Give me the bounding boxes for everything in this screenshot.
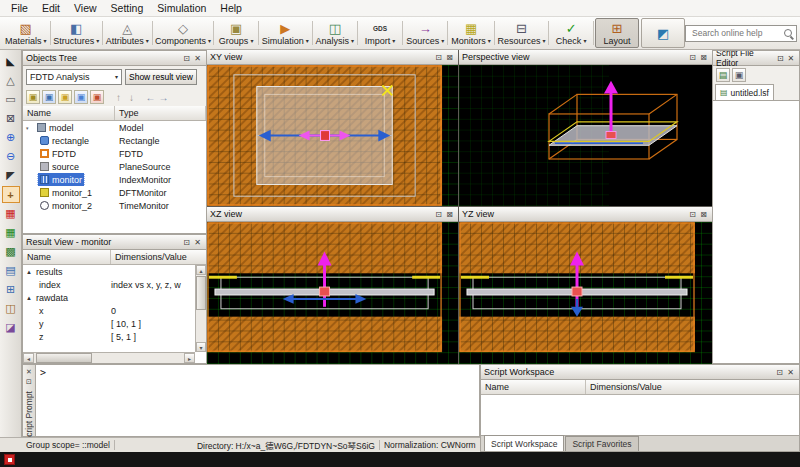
demote-button[interactable]: →	[158, 92, 169, 103]
scrollbar-thumb[interactable]	[196, 276, 206, 310]
new-script-button[interactable]: ▤	[716, 68, 730, 82]
float-icon[interactable]: ⊡	[181, 237, 192, 248]
tab-script-workspace[interactable]: Script Workspace	[484, 435, 564, 451]
script-editor-content[interactable]	[713, 101, 799, 363]
float-icon[interactable]: ⊡	[774, 367, 785, 378]
bar-chart-tool[interactable]: ◫	[2, 300, 20, 317]
toolbar-group-simulation[interactable]: ▶ Simulation▾	[260, 18, 310, 48]
toolbar-group-sources[interactable]: → Sources▾	[404, 18, 446, 48]
tree-row-monitor[interactable]: monitor IndexMonitor	[23, 173, 206, 186]
move-down-button[interactable]: ↓	[126, 92, 137, 103]
tree-row-model[interactable]: ▾model Model	[23, 121, 206, 134]
move-up-button[interactable]: ↑	[113, 92, 124, 103]
expand-arrow-icon[interactable]: ▾	[26, 125, 32, 131]
menu-setting[interactable]: Setting	[104, 1, 151, 15]
column-header-type[interactable]: Type	[115, 106, 206, 120]
tree-row-monitor-1[interactable]: monitor_1 DFTMonitor	[23, 186, 206, 199]
show-all-button[interactable]: ▣	[26, 90, 40, 104]
xz-viewport-canvas[interactable]	[207, 222, 458, 364]
close-icon[interactable]: ✕	[24, 367, 34, 377]
toolbar-group-analysis[interactable]: ◫ Analysis▾	[313, 18, 356, 48]
menu-file[interactable]: File	[4, 1, 35, 15]
scroll-right-button[interactable]: ▸	[184, 353, 195, 363]
result-row-y[interactable]: y [ 10, 1 ]	[23, 317, 206, 330]
open-script-button[interactable]: ▣	[732, 68, 746, 82]
hide-all-button[interactable]: ▣	[42, 90, 56, 104]
close-icon[interactable]: ✕	[192, 53, 203, 64]
edit-object-button[interactable]: ▣	[58, 90, 72, 104]
float-icon[interactable]: ⊡	[687, 209, 698, 220]
zoom-out-tool[interactable]: ⊖	[2, 148, 20, 165]
mesh-tool[interactable]: ▩	[2, 243, 20, 260]
maximize-icon[interactable]: ⊠	[698, 52, 709, 63]
float-icon[interactable]: ⊡	[687, 52, 698, 63]
column-header-name[interactable]: Name	[481, 380, 586, 394]
scrollbar-thumb[interactable]	[36, 353, 92, 363]
result-row-results[interactable]: ▲results	[23, 265, 206, 278]
column-header-name[interactable]: Name	[23, 106, 115, 120]
toolbar-group-attributes[interactable]: ◬ Attributes▾	[104, 18, 151, 48]
result-row-rawdata[interactable]: ▲rawdata	[23, 291, 206, 304]
view-rotate-tool[interactable]: △	[2, 72, 20, 89]
perspective-viewport-canvas[interactable]	[459, 65, 712, 206]
pan-tool[interactable]: +	[2, 186, 20, 203]
maximize-icon[interactable]: ⊠	[698, 209, 709, 220]
matrix-view-tool[interactable]: ⊞	[2, 281, 20, 298]
duplicate-object-button[interactable]: ▣	[74, 90, 88, 104]
close-icon[interactable]: ✕	[785, 367, 796, 378]
table-view-tool[interactable]: ▤	[2, 262, 20, 279]
toolbar-group-check[interactable]: ✓ Check▾	[550, 18, 592, 48]
result-row-z[interactable]: z [ 5, 1 ]	[23, 330, 206, 343]
taskbar-app-icon[interactable]	[4, 454, 15, 465]
toolbar-group-groups[interactable]: ▣ Groups▾	[215, 18, 257, 48]
show-result-view-button[interactable]: Show result view	[125, 69, 197, 85]
menu-help[interactable]: Help	[213, 1, 249, 15]
tab-script-favorites[interactable]: Script Favorites	[565, 436, 638, 451]
script-prompt-input[interactable]: >	[36, 365, 479, 436]
run-tool[interactable]: ◣	[2, 53, 20, 70]
tree-row-fdtd[interactable]: FDTD FDTD	[23, 147, 206, 160]
script-workspace-list[interactable]	[481, 395, 799, 435]
vertical-scrollbar[interactable]: ▴ ▾	[195, 265, 206, 352]
tree-row-rectangle[interactable]: rectangle Rectangle	[23, 134, 206, 147]
expand-icon[interactable]: ▲	[26, 269, 33, 275]
float-icon[interactable]: ⊡	[433, 52, 444, 63]
region-tool[interactable]: ⊠	[2, 110, 20, 127]
toolbar-group-import[interactable]: GDS Import▾	[359, 18, 401, 48]
xy-viewport-canvas[interactable]	[207, 65, 458, 206]
toolbar-group-components[interactable]: ◇ Components▾	[154, 18, 213, 48]
grid-remove-tool[interactable]: ▦	[2, 205, 20, 222]
close-icon[interactable]: ✕	[192, 237, 203, 248]
result-row-x[interactable]: x 0	[23, 304, 206, 317]
grid-show-tool[interactable]: ▦	[2, 224, 20, 241]
toolbar-group-materials[interactable]: ▧ Materials▾	[3, 18, 49, 48]
horizontal-scrollbar[interactable]: ◂ ▸	[23, 352, 195, 363]
search-input[interactable]	[690, 27, 781, 39]
column-header-dimensions[interactable]: Dimensions/Value	[586, 380, 799, 394]
select-tool[interactable]: ◤	[2, 167, 20, 184]
zoom-in-tool[interactable]: ⊕	[2, 129, 20, 146]
analysis-mode-select[interactable]: FDTD Analysis ▾	[26, 69, 122, 85]
tree-row-source[interactable]: source PlaneSource	[23, 160, 206, 173]
maximize-icon[interactable]: ⊠	[444, 209, 455, 220]
menu-simulation[interactable]: Simulation	[150, 1, 213, 15]
float-icon[interactable]: ⊡	[775, 53, 785, 64]
script-file-tab[interactable]: ▤ untitled.lsf	[715, 84, 774, 100]
float-icon[interactable]: ⊡	[433, 209, 444, 220]
column-header-name[interactable]: Name	[23, 250, 111, 264]
close-icon[interactable]: ✕	[786, 53, 796, 64]
scroll-down-button[interactable]: ▾	[196, 342, 206, 352]
delete-object-button[interactable]: ▣	[90, 90, 104, 104]
expand-icon[interactable]: ▲	[26, 295, 33, 301]
menu-edit[interactable]: Edit	[35, 1, 67, 15]
ruler-tool[interactable]: ▭	[2, 91, 20, 108]
result-row-index[interactable]: index index vs x, y, z, w	[23, 278, 206, 291]
menu-view[interactable]: View	[67, 1, 104, 15]
layout-button[interactable]: ⊞ Layout	[595, 18, 639, 48]
layout-switch-button[interactable]: ◩	[641, 18, 685, 48]
scroll-left-button[interactable]: ◂	[23, 353, 34, 363]
float-icon[interactable]: ⊡	[181, 53, 192, 64]
yz-viewport-canvas[interactable]	[459, 222, 712, 364]
scroll-up-button[interactable]: ▴	[196, 265, 206, 275]
tree-row-monitor-2[interactable]: monitor_2 TimeMonitor	[23, 199, 206, 212]
